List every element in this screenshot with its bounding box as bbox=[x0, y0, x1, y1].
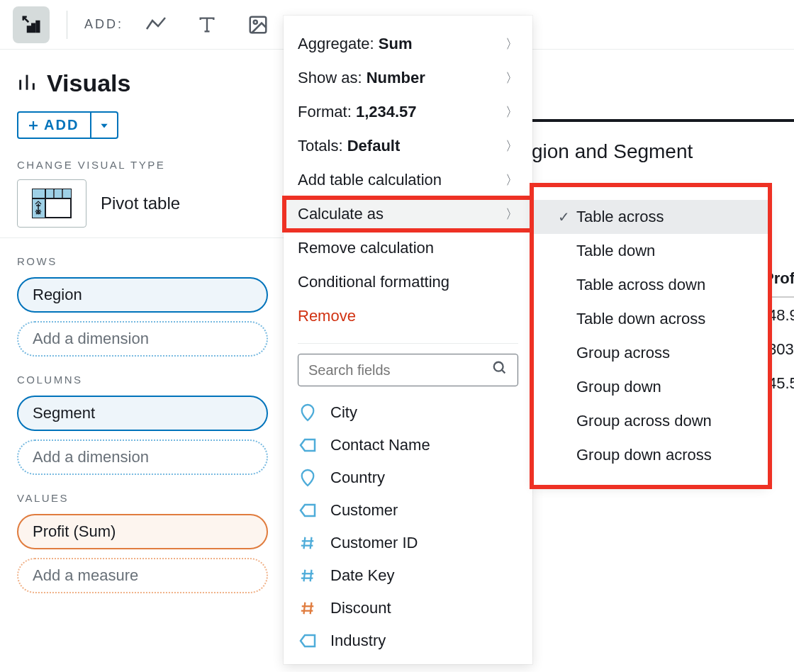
field-context-menu: Aggregate: Sum 〉 Show as: Number 〉 Forma… bbox=[284, 16, 532, 664]
svg-rect-12 bbox=[63, 189, 71, 198]
svg-point-18 bbox=[494, 362, 503, 371]
dim-icon bbox=[298, 634, 318, 648]
menu-remove-calculation[interactable]: Remove calculation bbox=[284, 231, 532, 265]
search-icon bbox=[492, 360, 508, 380]
add-visual-dropdown[interactable] bbox=[91, 111, 118, 139]
panel-divider bbox=[0, 237, 285, 238]
table-cell: 48.99 bbox=[768, 306, 794, 325]
field-name: City bbox=[330, 403, 357, 422]
fields-list: CityContact NameCountryCustomerCustomer … bbox=[284, 396, 532, 657]
menu-calculate-as[interactable]: Calculate as 〉 bbox=[284, 197, 532, 231]
menu-totals[interactable]: Totals: Default 〉 bbox=[284, 129, 532, 163]
bar-chart-icon bbox=[17, 72, 37, 96]
submenu-item-label: Table down across bbox=[576, 310, 705, 328]
values-pill-profit[interactable]: Profit (Sum) bbox=[17, 514, 268, 549]
panel-title: Visuals bbox=[47, 69, 130, 97]
svg-rect-0 bbox=[28, 26, 30, 32]
toolbar-add-label: ADD: bbox=[84, 17, 123, 32]
svg-point-4 bbox=[254, 20, 257, 23]
submenu-item-label: Table down bbox=[576, 242, 655, 260]
geo-icon bbox=[298, 469, 318, 487]
svg-rect-11 bbox=[55, 189, 62, 198]
add-visual-button-group: ADD bbox=[17, 111, 268, 139]
rows-add-dimension[interactable]: Add a dimension bbox=[17, 321, 268, 357]
field-row-country[interactable]: Country bbox=[298, 461, 518, 494]
submenu-item-table-down-across[interactable]: Table down across bbox=[534, 302, 768, 336]
submenu-item-label: Group across bbox=[576, 344, 670, 362]
visual-type-name: Pivot table bbox=[101, 194, 180, 213]
submenu-item-group-down-across[interactable]: Group down across bbox=[534, 438, 768, 472]
field-row-contact-name[interactable]: Contact Name bbox=[298, 429, 518, 461]
submenu-item-table-across-down[interactable]: Table across down bbox=[534, 268, 768, 302]
num-icon bbox=[298, 535, 318, 551]
svg-rect-9 bbox=[33, 189, 45, 198]
chevron-right-icon: 〉 bbox=[505, 69, 518, 86]
menu-format[interactable]: Format: 1,234.57 〉 bbox=[284, 95, 532, 129]
search-fields-wrap bbox=[298, 354, 518, 386]
rows-pill-region[interactable]: Region bbox=[17, 277, 268, 313]
calculate-as-submenu: ✓Table acrossTable downTable across down… bbox=[534, 187, 768, 485]
add-text-button[interactable] bbox=[189, 6, 225, 43]
svg-line-29 bbox=[311, 603, 312, 615]
dim-icon bbox=[298, 438, 318, 452]
rows-label: ROWS bbox=[17, 255, 268, 267]
visual-title-fragment: gion and Segment bbox=[532, 140, 693, 163]
submenu-item-label: Group down across bbox=[576, 446, 712, 464]
field-name: Date Key bbox=[330, 566, 395, 585]
check-icon: ✓ bbox=[551, 208, 576, 225]
columns-label: COLUMNS bbox=[17, 374, 268, 386]
table-cell: 45.50 bbox=[768, 374, 794, 393]
svg-line-20 bbox=[304, 537, 306, 549]
field-row-date-key[interactable]: Date Key bbox=[298, 559, 518, 592]
submenu-item-group-across[interactable]: Group across bbox=[534, 336, 768, 370]
table-header-fragment: Profi bbox=[764, 269, 794, 298]
chevron-right-icon: 〉 bbox=[505, 206, 518, 223]
pivot-table-icon bbox=[32, 189, 72, 218]
menu-divider bbox=[298, 343, 518, 344]
submenu-item-group-down[interactable]: Group down bbox=[534, 370, 768, 404]
field-row-industry[interactable]: Industry bbox=[298, 625, 518, 657]
field-name: Customer bbox=[330, 501, 398, 520]
submenu-item-table-down[interactable]: Table down bbox=[534, 234, 768, 268]
add-visual-button[interactable]: ADD bbox=[17, 111, 91, 139]
field-row-discount[interactable]: Discount bbox=[298, 592, 518, 625]
values-label: VALUES bbox=[17, 492, 268, 504]
submenu-item-group-across-down[interactable]: Group across down bbox=[534, 404, 768, 438]
svg-rect-2 bbox=[37, 21, 40, 32]
toolbar-separator bbox=[67, 11, 67, 39]
values-add-measure[interactable]: Add a measure bbox=[17, 558, 268, 593]
menu-aggregate[interactable]: Aggregate: Sum 〉 bbox=[284, 27, 532, 61]
geo-icon bbox=[298, 403, 318, 422]
num-orange-icon bbox=[298, 600, 318, 616]
columns-add-dimension[interactable]: Add a dimension bbox=[17, 439, 268, 475]
field-row-customer[interactable]: Customer bbox=[298, 494, 518, 527]
submenu-item-label: Group across down bbox=[576, 412, 712, 430]
submenu-item-label: Table across down bbox=[576, 276, 705, 294]
svg-line-28 bbox=[304, 603, 306, 615]
field-row-customer-id[interactable]: Customer ID bbox=[298, 527, 518, 559]
field-name: Customer ID bbox=[330, 534, 418, 552]
add-visual-label: ADD bbox=[44, 117, 79, 133]
num-icon bbox=[298, 568, 318, 583]
field-name: Discount bbox=[330, 599, 391, 617]
add-image-button[interactable] bbox=[240, 6, 276, 43]
visual-authoring-button[interactable] bbox=[13, 6, 50, 43]
table-cell: 303. bbox=[768, 340, 794, 359]
add-chart-button[interactable] bbox=[138, 6, 174, 43]
submenu-item-label: Table across bbox=[576, 208, 664, 226]
svg-line-25 bbox=[311, 570, 312, 582]
field-row-city[interactable]: City bbox=[298, 396, 518, 429]
menu-add-table-calculation[interactable]: Add table calculation 〉 bbox=[284, 163, 532, 197]
menu-conditional-formatting[interactable]: Conditional formatting bbox=[284, 265, 532, 299]
menu-remove[interactable]: Remove bbox=[284, 299, 532, 333]
field-name: Industry bbox=[330, 632, 386, 650]
field-name: Country bbox=[330, 469, 385, 487]
search-fields-input[interactable] bbox=[308, 362, 492, 379]
svg-line-19 bbox=[502, 370, 505, 374]
chevron-right-icon: 〉 bbox=[505, 103, 518, 121]
chevron-right-icon: 〉 bbox=[505, 172, 518, 189]
visual-type-selector[interactable] bbox=[17, 179, 86, 228]
menu-show-as[interactable]: Show as: Number 〉 bbox=[284, 61, 532, 95]
submenu-item-table-across[interactable]: ✓Table across bbox=[534, 200, 768, 234]
columns-pill-segment[interactable]: Segment bbox=[17, 396, 268, 431]
